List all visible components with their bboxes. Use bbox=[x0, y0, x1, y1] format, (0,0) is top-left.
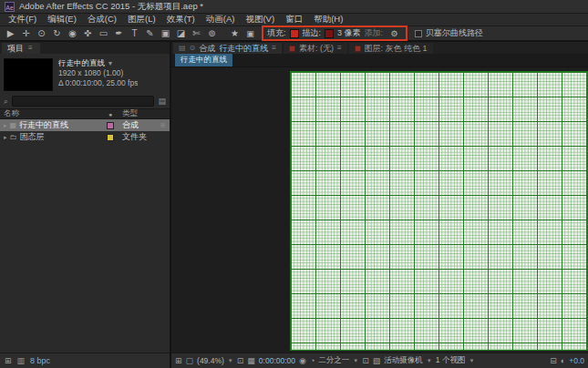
label-column-icon[interactable]: ● bbox=[98, 111, 122, 118]
twirl-icon[interactable]: ▸ bbox=[4, 122, 7, 129]
toolbar: ▶ ✛ ⊙ ↻ ◉ ✜ ▭ ✒ T ✎ ▣ ◪ ✄ ⊚ ★ ▣ 填充: 描边: … bbox=[0, 26, 588, 42]
search-input[interactable] bbox=[12, 96, 154, 107]
panel-menu-icon[interactable]: ≡ bbox=[28, 43, 33, 54]
menu-item-window[interactable]: 窗口 bbox=[280, 14, 308, 26]
comp-metadata: 行走中的直线 ▼ 1920 x 1080 (1.00) Δ 0:00:10:00… bbox=[58, 58, 138, 91]
comp-navigator: 行走中的直线 bbox=[171, 54, 588, 67]
column-name[interactable]: 名称 bbox=[4, 108, 98, 119]
menu-item-edit[interactable]: 编辑(E) bbox=[42, 14, 82, 26]
shape-tool-button[interactable]: ▭ bbox=[96, 27, 111, 40]
stroke-width-value[interactable]: 3 像素 bbox=[337, 27, 361, 39]
active-camera-select[interactable]: 活动摄像机 bbox=[384, 355, 423, 366]
pen-tool-button[interactable]: ✒ bbox=[111, 27, 127, 40]
camera-tool-button[interactable]: ◉ bbox=[65, 27, 80, 40]
table-row-comp[interactable]: ▸ ▦ 行走中的直线 合成 ≋ bbox=[0, 119, 170, 131]
zoom-level[interactable]: (49.4%) bbox=[197, 356, 224, 365]
panel-menu-icon[interactable]: ≡ bbox=[272, 43, 276, 54]
project-tab-strip: 项目 ≡ bbox=[0, 42, 170, 54]
interpret-footage-icon[interactable]: ⊞ bbox=[5, 356, 12, 365]
stroke-color-swatch[interactable] bbox=[325, 29, 334, 38]
composition-tab-name: 行走中的直线 bbox=[219, 43, 268, 54]
eraser-tool-button[interactable]: ◪ bbox=[173, 27, 189, 40]
roto-brush-tool-button[interactable]: ✄ bbox=[189, 27, 204, 40]
app-window: Ae Adobe After Effects CC 2015 - 无标题项目.a… bbox=[0, 0, 588, 368]
item-name: 固态层 bbox=[20, 131, 45, 143]
color-depth-indicator[interactable]: 8 bpc bbox=[30, 356, 50, 365]
resolution-select[interactable]: 二分之一 bbox=[318, 355, 349, 366]
lock-icon[interactable]: ⊙ bbox=[190, 43, 196, 54]
annotation-highlight-shape-options: 填充: 描边: 3 像素 添加: ⚙ bbox=[262, 26, 407, 41]
snapshot-icon[interactable]: ◉ bbox=[299, 356, 306, 365]
app-icon: Ae bbox=[5, 2, 15, 12]
snapping-icon[interactable]: ▣ bbox=[242, 27, 258, 40]
menu-item-effect[interactable]: 效果(T) bbox=[161, 14, 201, 26]
current-time-indicator[interactable]: 0:00:00:00 bbox=[259, 356, 295, 365]
menu-item-view[interactable]: 视图(V) bbox=[240, 14, 280, 26]
show-channel-icon[interactable]: ◔ bbox=[310, 356, 315, 365]
new-folder-icon[interactable]: ▥ bbox=[17, 356, 26, 365]
menu-item-layer[interactable]: 图层(L) bbox=[122, 14, 161, 26]
brush-tool-button[interactable]: ✎ bbox=[142, 27, 158, 40]
breadcrumb[interactable]: 行走中的直线 bbox=[175, 54, 232, 66]
menu-item-composition[interactable]: 合成(C) bbox=[82, 14, 122, 26]
chevron-down-icon[interactable]: ▼ bbox=[353, 358, 358, 363]
menubar: 文件(F) 编辑(E) 合成(C) 图层(L) 效果(T) 动画(A) 视图(V… bbox=[0, 14, 588, 26]
fill-label[interactable]: 填充: bbox=[267, 27, 286, 39]
bezier-path-option[interactable]: 贝塞尔曲线路径 bbox=[415, 27, 483, 39]
pixel-aspect-icon[interactable]: ⊟ bbox=[550, 356, 557, 365]
panel-menu-icon[interactable]: ≡ bbox=[337, 43, 342, 54]
composition-canvas-grid[interactable] bbox=[290, 71, 588, 351]
rotation-tool-button[interactable]: ↻ bbox=[49, 27, 65, 40]
tab-composition[interactable]: ▤ ⊙ 合成 行走中的直线 ≡ bbox=[173, 43, 282, 54]
workspace-star-icon[interactable]: ★ bbox=[227, 27, 242, 40]
clone-stamp-tool-button[interactable]: ▣ bbox=[158, 27, 173, 40]
pan-behind-tool-button[interactable]: ✜ bbox=[80, 27, 96, 40]
tab-project[interactable]: 项目 ≡ bbox=[2, 43, 40, 54]
region-of-interest-icon[interactable]: ⊡ bbox=[237, 356, 244, 365]
item-type: 合成 bbox=[122, 119, 139, 131]
table-row-folder[interactable]: ▸ 🗀 固态层 文件夹 bbox=[0, 131, 170, 143]
stroke-label[interactable]: 描边: bbox=[303, 27, 322, 39]
zoom-tool-button[interactable]: ⊙ bbox=[34, 27, 49, 40]
puppet-pin-tool-button[interactable]: ⊚ bbox=[204, 27, 220, 40]
tab-footage[interactable]: 素材: (无) ≡ bbox=[284, 43, 347, 54]
fill-color-swatch[interactable] bbox=[290, 29, 299, 38]
label-color-swatch[interactable] bbox=[107, 134, 114, 141]
window-title: Adobe After Effects CC 2015 - 无标题项目.aep … bbox=[19, 1, 203, 13]
roi-icon[interactable]: ⊡ bbox=[362, 356, 369, 365]
twirl-icon[interactable]: ▸ bbox=[4, 134, 7, 141]
item-name: 行走中的直线 bbox=[19, 119, 68, 131]
transparency-grid-icon[interactable]: ▦ bbox=[247, 356, 255, 365]
footage-tab-icon bbox=[289, 46, 295, 52]
flowchart-icon[interactable]: ▤ bbox=[158, 97, 166, 106]
mask-visibility-icon[interactable]: ▢ bbox=[186, 356, 194, 365]
menu-item-help[interactable]: 帮助(H) bbox=[308, 14, 348, 26]
gear-icon[interactable]: ⚙ bbox=[387, 27, 402, 40]
chevron-down-icon[interactable]: ▼ bbox=[107, 60, 113, 66]
guides-icon[interactable]: ▧ bbox=[373, 356, 381, 365]
usage-icon: ≋ bbox=[160, 121, 166, 129]
menu-item-animation[interactable]: 动画(A) bbox=[201, 14, 241, 26]
viewer-bottom-bar: ⊞ ▢ (49.4%) ▼ ⊡ ▦ 0:00:00:00 ◉ ◔ 二分之一 ▼ … bbox=[171, 353, 588, 368]
tab-layer[interactable]: 图层: 灰色 纯色 1 bbox=[349, 43, 433, 54]
chevron-down-icon[interactable]: ▼ bbox=[469, 358, 474, 363]
column-type[interactable]: 类型 bbox=[122, 108, 166, 119]
comp-dimensions-text: 1920 x 1080 (1.00) bbox=[58, 68, 138, 78]
exposure-value[interactable]: +0.0 bbox=[569, 356, 584, 365]
view-layout-select[interactable]: 1 个视图 bbox=[436, 355, 466, 366]
selection-tool-button[interactable]: ▶ bbox=[3, 27, 18, 40]
label-color-swatch[interactable] bbox=[107, 122, 114, 129]
comp-name-text: 行走中的直线 bbox=[58, 58, 105, 67]
bezier-checkbox[interactable] bbox=[415, 30, 422, 37]
menu-item-file[interactable]: 文件(F) bbox=[3, 14, 42, 26]
bezier-label: 贝塞尔曲线路径 bbox=[426, 27, 483, 39]
project-columns-header: 名称 ● 类型 bbox=[0, 108, 170, 119]
comp-duration-text: Δ 0:00:10:00, 25.00 fps bbox=[58, 78, 138, 88]
hand-tool-button[interactable]: ✛ bbox=[18, 27, 34, 40]
text-tool-button[interactable]: T bbox=[127, 27, 142, 40]
project-tab-label: 项目 bbox=[7, 43, 24, 54]
chevron-down-icon[interactable]: ▼ bbox=[427, 358, 432, 363]
exposure-icon[interactable]: ◐ bbox=[561, 356, 565, 365]
chevron-down-icon[interactable]: ▼ bbox=[228, 358, 233, 363]
grid-options-icon[interactable]: ⊞ bbox=[175, 356, 182, 365]
